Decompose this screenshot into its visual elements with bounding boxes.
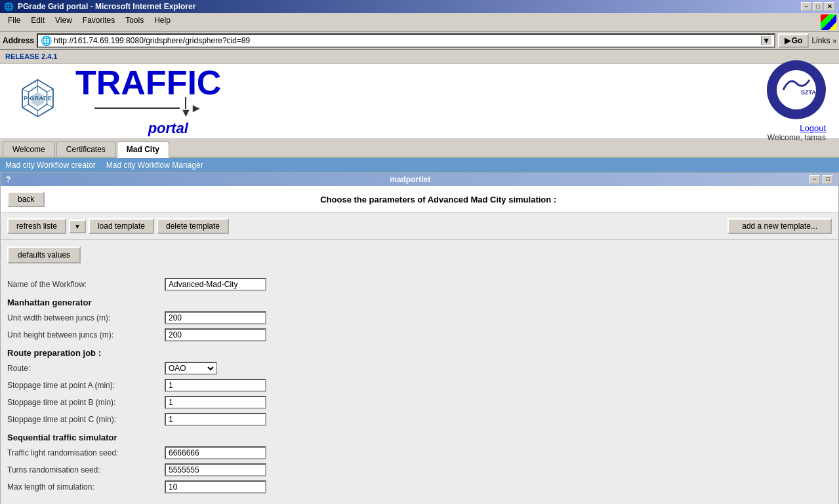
back-button[interactable]: back <box>7 191 45 207</box>
load-template-button[interactable]: load template <box>89 218 154 234</box>
back-row: back Choose the parameters of Advanced M… <box>1 186 838 213</box>
stoppage-a-row: Stoppage time at point A (min): <box>7 379 832 392</box>
workflow-name-label: Name of the Workflow: <box>7 280 165 289</box>
stoppage-c-row: Stoppage time at point C (min): <box>7 413 832 426</box>
portal-text: portal <box>148 120 188 137</box>
traffic-light-row: Traffic light randomisation seed: <box>7 446 832 459</box>
max-length-label: Max length of simulation: <box>7 482 165 492</box>
address-globe-icon: 🌐 <box>41 35 52 46</box>
mta-logo-container: MTA SZTAKI <box>767 60 826 119</box>
stoppage-c-input[interactable] <box>165 413 266 426</box>
menu-view[interactable]: View <box>50 14 77 30</box>
address-label: Address <box>3 36 34 45</box>
portlet-title: madportlet <box>390 175 430 184</box>
sub-nav: Mad city Workflow creator Mad city Workf… <box>0 158 839 172</box>
stoppage-b-label: Stoppage time at point B (min): <box>7 398 165 407</box>
turns-input[interactable] <box>165 463 266 476</box>
refresh-list-button[interactable]: refresh liste <box>7 218 66 234</box>
title-bar: 🌐 PGrade Grid portal - Microsoft Interne… <box>0 0 839 13</box>
turns-label: Turns randomisation seed: <box>7 465 165 475</box>
svg-line-4 <box>47 88 53 92</box>
release-bar: RELEASE 2.4.1 <box>0 50 839 64</box>
go-arrow-icon: ▶ <box>785 36 790 45</box>
menu-file[interactable]: File <box>3 14 26 30</box>
close-button[interactable]: ✕ <box>825 2 835 11</box>
unit-height-label: Unit height between juncs (m): <box>7 330 165 339</box>
route-prep-header: Route preparation job : <box>7 348 832 358</box>
title-bar-left: 🌐 PGrade Grid portal - Microsoft Interne… <box>4 2 195 11</box>
unit-height-row: Unit height between juncs (m): <box>7 328 832 341</box>
address-dropdown-arrow[interactable]: ▼ <box>761 36 771 45</box>
portlet-minimize-button[interactable]: − <box>809 175 820 184</box>
delete-template-button[interactable]: delete template <box>157 218 229 234</box>
route-row: Route: OAO OBO OCO <box>7 362 832 375</box>
turns-row: Turns randomisation seed: <box>7 463 832 476</box>
welcome-text: Welcome, tamas <box>767 133 826 142</box>
go-label: Go <box>792 36 803 45</box>
route-label: Route: <box>7 364 165 373</box>
menu-bar: File Edit View Favorites Tools Help <box>0 13 839 32</box>
address-bar: Address 🌐 http://161.74.69.199:8080/grid… <box>0 32 839 50</box>
mta-logo: MTA SZTAKI <box>767 60 826 119</box>
menu-tools[interactable]: Tools <box>120 14 149 30</box>
logout-section: Logout Welcome, tamas <box>767 123 826 142</box>
svg-line-8 <box>22 88 28 92</box>
tab-certificates[interactable]: Certificates <box>56 142 115 157</box>
portlet-question[interactable]: ? <box>6 175 10 184</box>
tabs-bar: Welcome Certificates Mad City <box>0 139 839 158</box>
links-label[interactable]: Links <box>811 36 830 45</box>
portlet-controls: − □ <box>809 175 833 184</box>
stoppage-a-label: Stoppage time at point A (min): <box>7 381 165 390</box>
main-scroll-area: defaults values Name of the Workflow: Ma… <box>1 240 838 504</box>
tab-welcome[interactable]: Welcome <box>3 142 55 157</box>
restore-button[interactable]: □ <box>813 2 823 11</box>
title-bar-controls: − □ ✕ <box>801 2 835 11</box>
template-dropdown-button[interactable]: ▼ <box>69 220 86 233</box>
menu-edit[interactable]: Edit <box>26 14 50 30</box>
subnav-workflow-manager[interactable]: Mad city Workflow Manager <box>106 161 203 170</box>
template-toolbar: refresh liste ▼ load template delete tem… <box>1 213 838 240</box>
svg-text:SZTAKI: SZTAKI <box>801 89 822 96</box>
stoppage-b-row: Stoppage time at point B (min): <box>7 396 832 409</box>
tab-madcity[interactable]: Mad City <box>117 142 169 158</box>
traffic-light-label: Traffic light randomisation seed: <box>7 448 165 457</box>
subnav-workflow-creator[interactable]: Mad city Workflow creator <box>5 161 96 170</box>
svg-line-5 <box>47 104 53 107</box>
minimize-button[interactable]: − <box>801 2 811 11</box>
pgrade-logo: P-GRADE <box>13 77 62 126</box>
menu-favorites[interactable]: Favorites <box>77 14 120 30</box>
svg-text:MTA: MTA <box>779 89 791 96</box>
route-select[interactable]: OAO OBO OCO <box>165 362 217 375</box>
unit-width-row: Unit width between juncs (m): <box>7 311 832 324</box>
traffic-light-input[interactable] <box>165 446 266 459</box>
logout-link[interactable]: Logout <box>767 123 826 133</box>
traffic-portal: TRAFFIC ▼ ► portal <box>75 66 221 137</box>
header-right: MTA SZTAKI Logout Welcome, tamas <box>767 60 826 142</box>
portlet-maximize-button[interactable]: □ <box>823 175 833 184</box>
manhattan-header: Manhattan generator <box>7 298 832 307</box>
go-button[interactable]: ▶ Go <box>778 33 809 48</box>
max-length-input[interactable] <box>165 480 266 494</box>
workflow-name-input[interactable] <box>165 278 266 291</box>
portlet-header: ? madportlet − □ <box>1 173 838 186</box>
stoppage-b-input[interactable] <box>165 396 266 409</box>
add-template-button[interactable]: add a new template... <box>727 218 832 234</box>
window-title: PGrade Grid portal - Microsoft Internet … <box>18 2 195 11</box>
max-length-row: Max length of simulation: <box>7 480 832 494</box>
windows-logo <box>821 14 836 30</box>
stoppage-a-input[interactable] <box>165 379 266 392</box>
portlet: ? madportlet − □ back Choose the paramet… <box>0 172 839 504</box>
menu-help[interactable]: Help <box>149 14 176 30</box>
unit-width-input[interactable] <box>165 311 266 324</box>
unit-width-label: Unit width between juncs (m): <box>7 313 165 322</box>
links-arrows-icon: » <box>832 37 836 45</box>
unit-height-input[interactable] <box>165 328 266 341</box>
svg-line-7 <box>22 104 28 107</box>
mta-svg: MTA SZTAKI <box>767 60 826 119</box>
header-left: P-GRADE TRAFFIC ▼ ► portal <box>13 66 221 137</box>
defaults-values-button[interactable]: defaults values <box>7 246 81 263</box>
address-text: http://161.74.69.199:8080/gridsphere/gri… <box>54 36 761 45</box>
form-section: defaults values Name of the Workflow: Ma… <box>1 240 838 504</box>
svg-text:P-GRADE: P-GRADE <box>24 94 52 101</box>
release-text: RELEASE 2.4.1 <box>5 52 57 60</box>
